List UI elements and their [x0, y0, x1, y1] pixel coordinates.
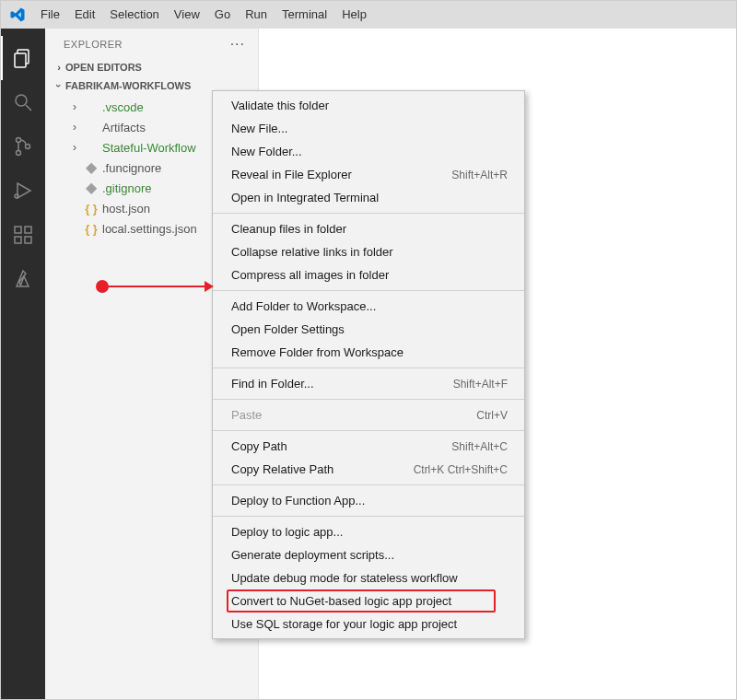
- activity-bar: [1, 29, 45, 699]
- context-menu-item[interactable]: Copy PathShift+Alt+C: [213, 435, 524, 458]
- azure-icon[interactable]: [1, 257, 45, 301]
- chevron-down-icon: ›: [53, 79, 64, 92]
- sidebar-more-icon[interactable]: ···: [230, 36, 245, 52]
- context-menu-label: Deploy to Function App...: [231, 494, 365, 508]
- chevron-right-icon: ›: [53, 62, 65, 73]
- context-menu-label: Deploy to logic app...: [231, 525, 343, 539]
- context-menu-label: Find in Folder...: [231, 377, 314, 391]
- tree-item-label: .funcignore: [102, 161, 161, 175]
- extensions-icon[interactable]: [1, 213, 45, 257]
- svg-rect-9: [15, 227, 21, 233]
- context-menu-label: Open in Integrated Terminal: [231, 191, 379, 204]
- context-menu-item[interactable]: Compress all images in folder: [213, 263, 524, 286]
- context-menu-label: Collapse relative links in folder: [231, 245, 393, 259]
- context-menu-item[interactable]: Generate deployment scripts...: [213, 543, 524, 566]
- context-menu-label: Open Folder Settings: [231, 322, 345, 336]
- context-menu-item[interactable]: Deploy to Function App...: [213, 489, 524, 512]
- svg-point-4: [17, 138, 21, 143]
- context-menu-shortcut: Shift+Alt+C: [451, 440, 508, 453]
- context-menu-label: Copy Path: [231, 439, 287, 453]
- context-menu-item[interactable]: New File...: [213, 117, 524, 140]
- context-menu-item[interactable]: Update debug mode for stateless workflow: [213, 566, 524, 589]
- menu-view[interactable]: View: [167, 1, 207, 29]
- menu-selection[interactable]: Selection: [102, 1, 166, 29]
- menu-run[interactable]: Run: [238, 1, 275, 29]
- json-icon: { }: [84, 202, 99, 216]
- svg-rect-10: [15, 237, 21, 243]
- source-control-icon[interactable]: [1, 124, 45, 169]
- context-menu-label: Compress all images in folder: [231, 268, 389, 282]
- vscode-logo-icon: [1, 6, 33, 23]
- context-menu-separator: [213, 213, 524, 214]
- context-menu-item[interactable]: Deploy to logic app...: [213, 520, 524, 543]
- context-menu-label: Copy Relative Path: [231, 462, 333, 476]
- svg-point-5: [17, 151, 21, 156]
- svg-line-3: [26, 105, 31, 111]
- context-menu-label: Convert to NuGet-based logic app project: [231, 594, 451, 608]
- context-menu-label: Cleanup files in folder: [231, 222, 346, 236]
- context-menu-label: Update debug mode for stateless workflow: [231, 571, 458, 585]
- context-menu-separator: [213, 399, 524, 400]
- menu-terminal[interactable]: Terminal: [275, 1, 334, 29]
- context-menu-label: Generate deployment scripts...: [231, 548, 394, 562]
- svg-point-6: [26, 145, 30, 149]
- menu-bar: FileEditSelectionViewGoRunTerminalHelp: [1, 1, 736, 29]
- chevron-right-icon: ›: [69, 100, 80, 113]
- svg-marker-7: [18, 183, 30, 198]
- context-menu-shortcut: Shift+Alt+F: [453, 378, 508, 391]
- context-menu-item[interactable]: Collapse relative links in folder: [213, 240, 524, 263]
- context-menu-item[interactable]: Use SQL storage for your logic app proje…: [213, 612, 524, 636]
- tree-item-label: .vscode: [102, 100, 144, 114]
- context-menu-item[interactable]: Open Folder Settings: [213, 318, 524, 341]
- context-menu-label: Reveal in File Explorer: [231, 168, 352, 181]
- workspace-label: FABRIKAM-WORKFLOWS: [65, 80, 191, 91]
- context-menu-item[interactable]: Find in Folder...Shift+Alt+F: [213, 372, 524, 395]
- context-menu-item[interactable]: Remove Folder from Workspace: [213, 341, 524, 364]
- context-menu-item[interactable]: Open in Integrated Terminal: [213, 186, 524, 209]
- chevron-right-icon: ›: [69, 121, 80, 134]
- context-menu-shortcut: Ctrl+K Ctrl+Shift+C: [414, 463, 508, 476]
- context-menu: Validate this folderNew File...New Folde…: [212, 90, 525, 639]
- svg-point-8: [15, 194, 18, 198]
- menu-edit[interactable]: Edit: [67, 1, 102, 29]
- context-menu-label: Add Folder to Workspace...: [231, 299, 376, 313]
- context-menu-label: Paste: [231, 408, 262, 422]
- context-menu-separator: [213, 368, 524, 368]
- context-menu-item[interactable]: Validate this folder: [213, 94, 524, 117]
- chevron-right-icon: ›: [69, 141, 80, 154]
- tree-item-label: .gitignore: [102, 181, 151, 195]
- context-menu-separator: [213, 290, 524, 291]
- svg-rect-11: [25, 237, 31, 243]
- explorer-icon[interactable]: [1, 36, 45, 80]
- context-menu-item: PasteCtrl+V: [213, 403, 524, 426]
- tree-item-label: host.json: [102, 202, 150, 216]
- open-editors-label: OPEN EDITORS: [65, 62, 142, 73]
- menu-go[interactable]: Go: [207, 1, 238, 29]
- svg-point-2: [16, 95, 27, 106]
- context-menu-item[interactable]: Cleanup files in folder: [213, 217, 524, 240]
- open-editors-section[interactable]: › OPEN EDITORS: [45, 58, 258, 76]
- context-menu-label: New Folder...: [231, 145, 302, 158]
- context-menu-item[interactable]: New Folder...: [213, 140, 524, 163]
- svg-rect-1: [15, 53, 26, 67]
- context-menu-shortcut: Ctrl+V: [476, 409, 508, 422]
- svg-rect-12: [25, 227, 31, 233]
- context-menu-item[interactable]: Reveal in File ExplorerShift+Alt+R: [213, 163, 524, 186]
- context-menu-label: New File...: [231, 122, 287, 135]
- context-menu-label: Remove Folder from Workspace: [231, 345, 404, 359]
- context-menu-item[interactable]: Convert to NuGet-based logic app project: [213, 589, 524, 612]
- context-menu-separator: [213, 484, 524, 485]
- json-icon: { }: [84, 222, 99, 236]
- context-menu-item[interactable]: Add Folder to Workspace...: [213, 295, 524, 318]
- context-menu-separator: [213, 430, 524, 431]
- search-icon[interactable]: [1, 80, 45, 124]
- sidebar-title: EXPLORER: [64, 39, 123, 50]
- context-menu-item[interactable]: Copy Relative PathCtrl+K Ctrl+Shift+C: [213, 458, 524, 481]
- context-menu-label: Use SQL storage for your logic app proje…: [231, 617, 457, 631]
- menu-help[interactable]: Help: [334, 1, 374, 29]
- tree-item-label: Artifacts: [102, 121, 146, 134]
- context-menu-shortcut: Shift+Alt+R: [451, 169, 508, 181]
- menu-file[interactable]: File: [33, 1, 67, 29]
- context-menu-label: Validate this folder: [231, 99, 329, 112]
- run-debug-icon[interactable]: [1, 169, 45, 213]
